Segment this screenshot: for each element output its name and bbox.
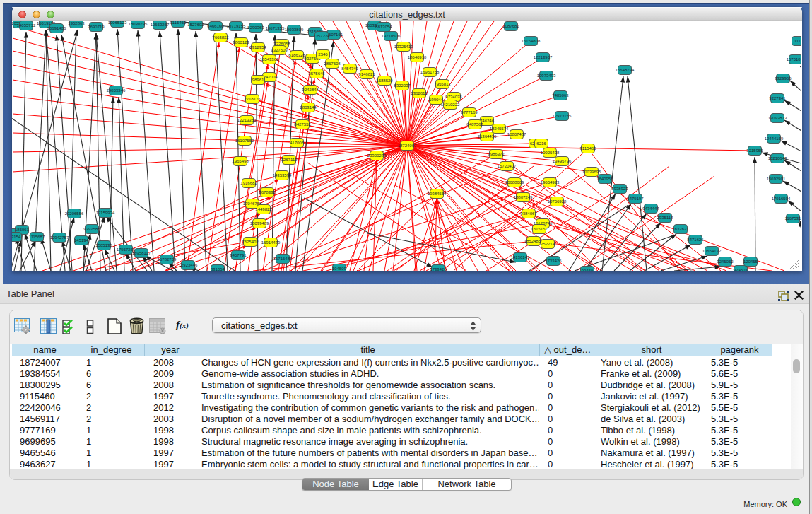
svg-text:16782759: 16782759 — [158, 257, 177, 262]
svg-text:16154808: 16154808 — [522, 39, 541, 43]
svg-text:7625402: 7625402 — [242, 240, 259, 244]
svg-text:18724007: 18724007 — [398, 144, 417, 148]
svg-text:3215955: 3215955 — [746, 148, 763, 153]
svg-text:1115687: 1115687 — [29, 235, 45, 239]
svg-text:924501: 924501 — [734, 268, 748, 271]
svg-text:13325419: 13325419 — [394, 45, 413, 49]
svg-text:98961: 98961 — [252, 78, 264, 82]
svg-text:10973493: 10973493 — [537, 74, 556, 78]
svg-text:92450: 92450 — [582, 269, 594, 271]
svg-text:10025438: 10025438 — [541, 151, 560, 155]
svg-text:7955812: 7955812 — [434, 82, 451, 86]
svg-text:16648794: 16648794 — [616, 68, 635, 72]
svg-text:8427552: 8427552 — [294, 122, 311, 127]
svg-text:7663822: 7663822 — [212, 35, 229, 40]
svg-text:199044: 199044 — [429, 98, 444, 102]
svg-text:18640910: 18640910 — [408, 55, 427, 59]
svg-text:1112: 1112 — [794, 39, 801, 43]
svg-text:9242848: 9242848 — [302, 88, 319, 92]
svg-text:16961758: 16961758 — [420, 70, 440, 74]
svg-text:9115460: 9115460 — [170, 21, 187, 25]
svg-text:9115460: 9115460 — [580, 146, 597, 151]
svg-text:1640956: 1640956 — [596, 177, 613, 181]
svg-text:8912954: 8912954 — [249, 45, 266, 49]
svg-text:23300273: 23300273 — [367, 153, 387, 158]
svg-text:1167531: 1167531 — [785, 216, 801, 221]
svg-text:10756928: 10756928 — [548, 199, 567, 204]
svg-text:1965498: 1965498 — [232, 159, 249, 163]
svg-text:10807487: 10807487 — [507, 132, 526, 136]
svg-text:10719155: 10719155 — [227, 24, 246, 28]
svg-text:9474444: 9474444 — [642, 206, 659, 211]
svg-text:831054: 831054 — [211, 267, 225, 271]
svg-text:9860123: 9860123 — [233, 40, 249, 45]
svg-text:6479197: 6479197 — [627, 197, 644, 201]
svg-text:10210643: 10210643 — [768, 156, 787, 160]
svg-text:3575645: 3575645 — [308, 71, 325, 76]
svg-text:18030295: 18030295 — [129, 22, 148, 26]
svg-text:18099489: 18099489 — [250, 221, 269, 226]
svg-text:10654122: 10654122 — [702, 249, 722, 253]
svg-text:15716485: 15716485 — [273, 257, 293, 261]
svg-text:12159934: 12159934 — [96, 211, 115, 215]
svg-text:2087682: 2087682 — [502, 24, 519, 28]
svg-text:9397585: 9397585 — [83, 227, 100, 231]
svg-text:8813054: 8813054 — [375, 25, 392, 29]
svg-text:9457791: 9457791 — [230, 253, 247, 257]
svg-text:18807249: 18807249 — [514, 195, 533, 199]
svg-text:185061: 185061 — [15, 228, 30, 232]
svg-text:9146821: 9146821 — [358, 72, 375, 76]
svg-text:14210222: 14210222 — [441, 103, 460, 107]
svg-text:14136141: 14136141 — [511, 255, 530, 259]
svg-text:9329966: 9329966 — [775, 76, 792, 81]
svg-text:6487568: 6487568 — [466, 122, 483, 127]
svg-text:120455: 120455 — [743, 259, 758, 264]
svg-text:1615152: 1615152 — [531, 227, 548, 231]
svg-text:1588520: 1588520 — [376, 78, 393, 83]
svg-text:8938923: 8938923 — [611, 187, 628, 191]
svg-text:9384067: 9384067 — [520, 211, 537, 216]
svg-text:7357224: 7357224 — [313, 34, 330, 38]
svg-text:16107552: 16107552 — [235, 139, 254, 143]
svg-text:7986372: 7986372 — [488, 152, 505, 156]
svg-text:8471626: 8471626 — [687, 238, 704, 242]
svg-text:9327509: 9327509 — [271, 48, 288, 52]
svg-text:3267110: 3267110 — [281, 158, 298, 162]
svg-text:10688609: 10688609 — [505, 180, 524, 185]
svg-text:2718176: 2718176 — [244, 97, 261, 101]
svg-text:1362615: 1362615 — [411, 91, 428, 95]
svg-text:1449822: 1449822 — [255, 207, 272, 211]
svg-text:12923446: 12923446 — [179, 263, 198, 267]
svg-text:20691406: 20691406 — [47, 26, 66, 30]
svg-text:1505135: 1505135 — [95, 243, 112, 247]
svg-text:8186328: 8186328 — [288, 53, 305, 57]
svg-text:6216: 6216 — [536, 141, 546, 146]
svg-text:29053346: 29053346 — [107, 88, 126, 93]
svg-text:9245052: 9245052 — [717, 259, 734, 264]
svg-text:6466160: 6466160 — [207, 24, 224, 28]
svg-text:8322037: 8322037 — [394, 83, 411, 88]
svg-text:15751074: 15751074 — [787, 57, 801, 62]
svg-text:16914479: 16914479 — [261, 240, 281, 245]
svg-text:2803144: 2803144 — [300, 105, 317, 110]
svg-text:19218506: 19218506 — [382, 34, 401, 38]
svg-text:8678332: 8678332 — [259, 190, 276, 194]
svg-text:10653267: 10653267 — [151, 23, 170, 27]
svg-text:18245574: 18245574 — [490, 127, 509, 131]
svg-text:12213363: 12213363 — [237, 118, 257, 122]
svg-text:252214: 252214 — [541, 242, 555, 246]
svg-text:12942757: 12942757 — [50, 235, 69, 240]
svg-text:19654923: 19654923 — [541, 180, 560, 185]
svg-text:417006: 417006 — [290, 141, 305, 145]
svg-text:104509: 104509 — [332, 267, 347, 271]
svg-text:10033809: 10033809 — [285, 28, 304, 32]
svg-text:14055712: 14055712 — [17, 23, 36, 28]
svg-text:15720407: 15720407 — [498, 164, 517, 168]
svg-text:19384554: 19384554 — [428, 192, 447, 196]
svg-text:12213967: 12213967 — [534, 55, 553, 59]
svg-text:17016504: 17016504 — [772, 197, 791, 201]
svg-text:10039695: 10039695 — [582, 170, 601, 174]
svg-text:21364436: 21364436 — [478, 134, 497, 139]
svg-text:10671355: 10671355 — [266, 26, 285, 30]
svg-text:2546: 2546 — [318, 52, 328, 57]
